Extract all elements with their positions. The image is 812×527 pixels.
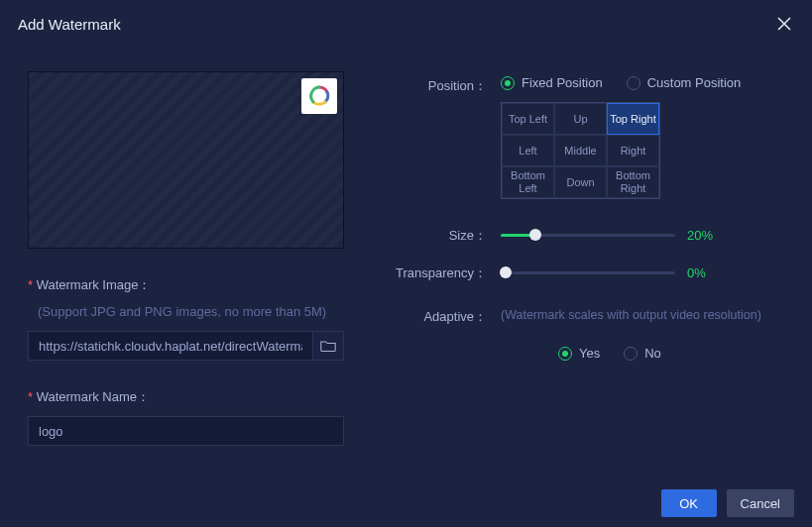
radio-no-label: No bbox=[644, 346, 661, 361]
radio-dot-icon bbox=[558, 347, 572, 361]
size-label: Size： bbox=[396, 225, 501, 245]
watermark-name-field: Watermark Name： bbox=[28, 388, 350, 446]
position-cell[interactable]: Down bbox=[554, 166, 607, 198]
logo-icon bbox=[307, 84, 331, 108]
radio-dot-icon bbox=[624, 347, 638, 361]
position-label: Position： bbox=[396, 75, 501, 95]
dialog-body: Watermark Image： (Support JPG and PNG im… bbox=[0, 48, 812, 446]
position-row: Position： Fixed Position Custom Position… bbox=[396, 75, 784, 199]
position-cell[interactable]: Bottom Left bbox=[502, 166, 554, 198]
adaptive-label: Adaptive： bbox=[396, 306, 501, 326]
radio-adaptive-no[interactable]: No bbox=[624, 346, 661, 361]
watermark-image-field: Watermark Image： (Support JPG and PNG im… bbox=[28, 276, 350, 361]
watermark-image-input[interactable] bbox=[28, 331, 312, 361]
position-cell[interactable]: Middle bbox=[554, 135, 607, 166]
radio-adaptive-yes[interactable]: Yes bbox=[558, 346, 600, 361]
position-cell[interactable]: Bottom Right bbox=[607, 166, 659, 198]
dialog-footer: OK Cancel bbox=[0, 479, 812, 527]
left-pane: Watermark Image： (Support JPG and PNG im… bbox=[28, 71, 350, 446]
transparency-slider[interactable] bbox=[501, 265, 675, 279]
close-icon bbox=[776, 16, 792, 32]
dialog-title: Add Watermark bbox=[18, 16, 121, 33]
position-cell[interactable]: Left bbox=[502, 135, 554, 166]
ok-button[interactable]: OK bbox=[661, 489, 717, 517]
right-pane: Position： Fixed Position Custom Position… bbox=[396, 71, 784, 446]
radio-fixed-label: Fixed Position bbox=[522, 75, 603, 90]
transparency-label: Transparency： bbox=[396, 263, 501, 282]
position-cell[interactable]: Right bbox=[607, 135, 659, 166]
watermark-image-hint: (Support JPG and PNG images, no more tha… bbox=[28, 304, 350, 319]
adaptive-row: Adaptive： (Watermark scales with output … bbox=[396, 306, 784, 361]
browse-button[interactable] bbox=[312, 331, 344, 361]
radio-yes-label: Yes bbox=[579, 346, 600, 361]
radio-dot-icon bbox=[627, 76, 640, 90]
radio-fixed-position[interactable]: Fixed Position bbox=[501, 75, 603, 90]
close-button[interactable] bbox=[774, 14, 794, 34]
folder-icon bbox=[320, 339, 336, 353]
size-row: Size： 20% bbox=[396, 225, 784, 245]
position-cell[interactable]: Top Right bbox=[607, 103, 659, 135]
size-value: 20% bbox=[687, 228, 713, 243]
transparency-value: 0% bbox=[687, 265, 706, 280]
radio-custom-label: Custom Position bbox=[647, 75, 742, 90]
adaptive-hint: (Watermark scales with output video reso… bbox=[501, 308, 784, 322]
size-slider[interactable] bbox=[501, 228, 675, 242]
watermark-preview bbox=[28, 71, 344, 249]
watermark-name-label: Watermark Name： bbox=[28, 388, 350, 406]
cancel-button[interactable]: Cancel bbox=[727, 489, 794, 517]
transparency-row: Transparency： 0% bbox=[396, 263, 784, 282]
watermark-name-input[interactable] bbox=[28, 416, 344, 446]
watermark-image-label: Watermark Image： bbox=[28, 276, 350, 294]
titlebar: Add Watermark bbox=[0, 0, 812, 48]
position-grid: Top LeftUpTop RightLeftMiddleRightBottom… bbox=[501, 102, 660, 199]
position-cell[interactable]: Top Left bbox=[502, 103, 554, 135]
position-cell[interactable]: Up bbox=[554, 103, 607, 135]
radio-custom-position[interactable]: Custom Position bbox=[627, 75, 742, 90]
radio-dot-icon bbox=[501, 76, 515, 90]
preview-watermark-thumb bbox=[301, 78, 337, 114]
